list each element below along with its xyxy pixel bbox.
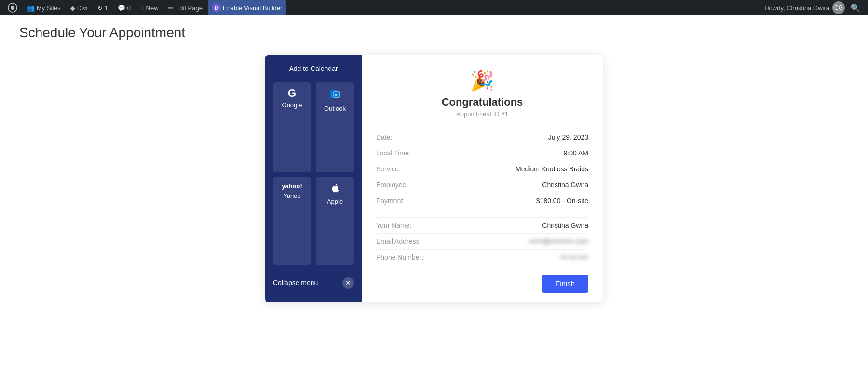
payment-label: Payment: [376,193,461,209]
pencil-icon: ✏ [168,4,174,12]
email-value: ••••••@••••••••••.com [461,234,588,250]
appointment-details-table: Date: July 29, 2023 Local Time: 9:00 AM … [376,129,588,265]
appointment-id: Appointment ID #1 [376,111,588,118]
party-icon: 🎉 [376,70,588,92]
howdy-greeting: Howdy, Christina Gwira CG [764,1,845,14]
local-time-label: Local Time: [376,145,461,161]
svg-text:o: o [335,93,337,97]
calendar-section-title: Add to Calendar [273,65,354,72]
finish-row: Finish [376,275,588,293]
wp-logo-button[interactable] [4,0,21,15]
calendar-buttons: G Google o Outlook yahoo! Yahoo [273,82,354,265]
service-label: Service: [376,161,461,177]
updates-button[interactable]: ↻ 1 [94,0,112,15]
svg-point-1 [11,6,14,10]
comments-button[interactable]: 💬 0 [114,0,135,15]
plus-icon: + [140,4,144,12]
collapse-menu-button[interactable]: Collapse menu ✕ [273,273,354,293]
my-sites-button[interactable]: 👥 My Sites [23,0,65,15]
table-row: Service: Medium Knotless Braids [376,161,588,177]
page-content: Schedule Your Appointment Add to Calenda… [0,15,868,378]
new-button[interactable]: + New [136,0,163,15]
employee-value: Christina Gwira [461,177,588,193]
appointment-widget: Add to Calendar G Google o Outlook [265,55,603,302]
search-icon[interactable]: 🔍 [847,3,864,13]
table-row: Local Time: 9:00 AM [376,145,588,161]
local-time-value: 9:00 AM [461,145,588,161]
edit-page-button[interactable]: ✏ Edit Page [164,0,206,15]
phone-label: Phone Number: [376,250,461,266]
google-calendar-button[interactable]: G Google [273,82,311,172]
yahoo-calendar-button[interactable]: yahoo! Yahoo [273,177,311,266]
divi-button[interactable]: ◆ Divi [67,0,92,15]
confirmation-panel: 🎉 Congratulations Appointment ID #1 Date… [362,55,603,302]
your-name-value: Christina Gwira [461,218,588,234]
avatar: CG [832,1,845,14]
table-row: Phone Number: •••-•••-•••• [376,250,588,266]
apple-calendar-button[interactable]: Apple [316,177,354,266]
apple-icon [330,183,340,195]
updates-icon: ↻ [97,4,103,12]
email-label: Email Address: [376,234,461,250]
employee-label: Employee: [376,177,461,193]
google-icon: G [288,88,296,98]
divi-d-icon: D [212,3,221,12]
admin-bar: 👥 My Sites ◆ Divi ↻ 1 💬 0 + New ✏ Edit P… [0,0,868,15]
enable-visual-builder-button[interactable]: D Enable Visual Builder [208,0,286,15]
my-sites-icon: 👥 [27,4,35,12]
payment-value: $180.00 - On-site [461,193,588,209]
date-label: Date: [376,129,461,145]
page-title: Schedule Your Appointment [19,25,849,41]
comment-icon: 💬 [118,4,125,12]
outlook-icon: o [329,88,341,102]
finish-button[interactable]: Finish [542,275,588,293]
congrats-title: Congratulations [376,96,588,109]
table-row: Payment: $180.00 - On-site [376,193,588,209]
table-row: Your Name: Christina Gwira [376,218,588,234]
date-value: July 29, 2023 [461,129,588,145]
congrats-section: 🎉 Congratulations Appointment ID #1 [376,70,588,118]
outlook-calendar-button[interactable]: o Outlook [316,82,354,172]
phone-value: •••-•••-•••• [461,250,588,266]
divi-icon: ◆ [70,4,75,12]
divider-row [376,209,588,218]
collapse-icon: ✕ [342,277,354,289]
calendar-sidebar: Add to Calendar G Google o Outlook [265,55,362,302]
table-row: Date: July 29, 2023 [376,129,588,145]
table-row: Email Address: ••••••@••••••••••.com [376,234,588,250]
service-value: Medium Knotless Braids [461,161,588,177]
yahoo-icon: yahoo! [282,183,302,189]
admin-bar-right: Howdy, Christina Gwira CG 🔍 [764,1,864,14]
your-name-label: Your Name: [376,218,461,234]
table-row: Employee: Christina Gwira [376,177,588,193]
